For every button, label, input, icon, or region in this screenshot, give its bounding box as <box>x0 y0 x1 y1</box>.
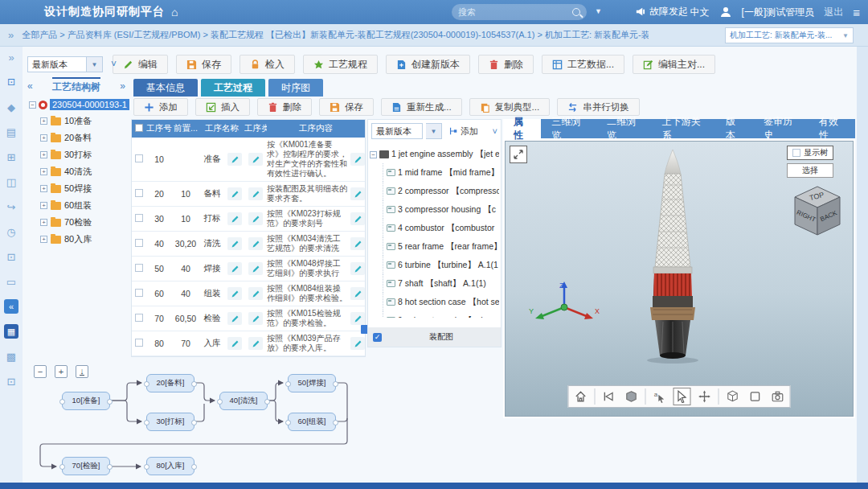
expand-node-icon[interactable]: + <box>40 168 47 175</box>
row-checkbox[interactable] <box>135 189 143 197</box>
isometric-view-icon[interactable] <box>724 388 742 405</box>
row-checkbox[interactable] <box>135 214 143 222</box>
bom-node[interactable]: 3 compressor housing 【c <box>383 200 499 219</box>
edit-name-button[interactable] <box>227 287 242 300</box>
tree-node[interactable]: + 20备料 <box>40 129 130 146</box>
home-icon[interactable]: ⌂ <box>171 6 178 18</box>
fault-launch-button[interactable]: 故障发起 <box>635 5 688 18</box>
tree-left-arrow[interactable]: « <box>27 80 33 92</box>
add-row-button[interactable]: 添加 <box>133 98 188 116</box>
select-all-checkbox[interactable] <box>135 124 143 132</box>
create-version-button[interactable]: 创建新版本 <box>386 55 470 74</box>
monitor-icon[interactable]: ⊡ <box>4 75 18 89</box>
layers-icon[interactable]: ▩ <box>4 349 18 364</box>
expand-node-icon[interactable]: + <box>40 185 47 192</box>
edit-type-button[interactable] <box>248 262 263 275</box>
row-checkbox[interactable] <box>135 314 143 322</box>
bom-version-selector[interactable]: 最新版本 <box>371 123 423 139</box>
detail-tab[interactable]: 上下游关系 <box>652 119 715 138</box>
edit-type-button[interactable] <box>248 187 263 200</box>
process-selector[interactable]: 机加工工艺: 新装配单元-装... ▼ <box>725 27 854 43</box>
edit-type-button[interactable] <box>248 212 263 225</box>
board-icon[interactable]: ▭ <box>4 274 18 289</box>
process-data-button[interactable]: 工艺数据... <box>542 55 624 74</box>
edit-content-button[interactable] <box>350 237 365 250</box>
table-row[interactable]: 10 准备 按《KM001准备要求》控制程序的要求，对生产文件的齐套性和有效性进… <box>132 138 365 182</box>
breadcrumb-expander-icon[interactable]: » <box>8 29 14 41</box>
detail-tab[interactable]: 属性 <box>503 119 541 138</box>
share-icon[interactable]: ↪ <box>4 199 18 214</box>
expand-node-icon[interactable]: + <box>40 202 47 209</box>
bom-node[interactable]: 5 rear frame 【rear frame】 <box>383 237 499 256</box>
pointer-icon[interactable] <box>674 388 691 405</box>
bom-node[interactable]: 8 hot section case 【hot se <box>383 293 499 311</box>
viewer-3d[interactable]: 显示树 选择 TOP RIGHT BACK <box>505 141 854 417</box>
breadcrumb[interactable]: 全部产品 > 产品资料库 (ESI/工艺规程/PBOM) > 装配工艺规程 【已… <box>22 29 649 41</box>
edit-name-button[interactable] <box>227 262 242 275</box>
tree-node[interactable]: + 60组装 <box>40 197 130 214</box>
detail-tab[interactable]: 有效性 <box>809 119 855 138</box>
show-tree-toggle[interactable]: 显示树 <box>787 146 833 160</box>
process-spec-button[interactable]: 工艺规程 <box>303 55 378 74</box>
display-icon[interactable]: ⊡ <box>4 374 18 388</box>
tree-node[interactable]: + 30打标 <box>40 146 130 163</box>
tab-basic-info[interactable]: 基本信息 <box>133 79 198 97</box>
edit-content-button[interactable] <box>350 153 365 166</box>
row-checkbox[interactable] <box>135 289 143 297</box>
home-icon[interactable] <box>572 388 590 405</box>
bom-node[interactable]: 4 combustor 【combustor <box>383 219 499 237</box>
edit-content-button[interactable] <box>350 187 365 200</box>
flowchart-node[interactable]: 10[准备] <box>62 392 110 410</box>
edit-object-button[interactable]: 编辑主对... <box>633 55 715 74</box>
screen-icon[interactable]: ⊡ <box>4 249 18 264</box>
jet-engine-model[interactable] <box>608 146 737 365</box>
process-flowchart[interactable]: − + ↓ 10[准备]20[备料]30[打标]40[清洗]50[焊接]60[组… <box>29 364 366 481</box>
history-icon[interactable]: ◷ <box>4 224 18 239</box>
table-row[interactable]: 60 40 组装 按照《KM084组装操作细则》的要求检验。 <box>132 281 365 306</box>
edit-name-button[interactable] <box>227 153 242 166</box>
tab-process[interactable]: 工艺过程 <box>201 79 265 97</box>
orbit-icon[interactable] <box>696 388 714 405</box>
detail-tab[interactable]: 三维浏览 <box>541 119 596 138</box>
delete-row-button[interactable]: 删除 <box>257 98 312 116</box>
collapse-node-icon[interactable]: − <box>29 101 36 109</box>
avatar[interactable] <box>719 6 732 18</box>
version-caret-icon[interactable]: ▼ <box>87 56 103 72</box>
collapse-icon[interactable]: « <box>4 299 18 314</box>
edit-type-button[interactable] <box>248 153 263 166</box>
tree-root-node[interactable]: − 230504-0000193-1 <box>29 97 130 113</box>
regenerate-button[interactable]: 重新生成... <box>381 98 462 116</box>
flowchart-node[interactable]: 80[入库] <box>146 457 194 475</box>
copy-icon[interactable]: ◫ <box>4 175 18 189</box>
expand-node-icon[interactable]: + <box>40 117 47 125</box>
bom-add-button[interactable]: 添加 <box>448 125 478 138</box>
flowchart-node[interactable]: 50[焊接] <box>288 374 336 392</box>
menu-icon[interactable]: ≡ <box>853 6 860 19</box>
edit-content-button[interactable] <box>350 262 365 275</box>
logout-link[interactable]: 退出 <box>824 6 843 19</box>
delete-button[interactable]: 删除 <box>478 55 534 74</box>
bom-node[interactable]: 6 turbine 【turbine】 A.1(1 <box>383 256 499 274</box>
row-checkbox[interactable] <box>135 239 143 247</box>
version-selector[interactable]: 最新版本 ▼ ˅ <box>27 56 117 72</box>
bom-node[interactable]: 9 exhaust nozzle 【exhaus <box>383 311 499 318</box>
edit-name-button[interactable] <box>227 312 242 325</box>
tree-node[interactable]: + 70检验 <box>40 214 130 231</box>
language-switch[interactable]: 中文 <box>690 6 710 19</box>
edit-content-button[interactable] <box>350 337 365 350</box>
table-row[interactable]: 40 30,20 清洗 按照《KM034清洗工艺规范》的要求清洗 <box>132 232 365 257</box>
bom-root-node[interactable]: − 1 jet engine assembly 【jet eng <box>370 146 499 163</box>
select-button[interactable]: 选择 <box>787 163 833 178</box>
edit-name-button[interactable] <box>227 212 242 225</box>
collapse-chevron-icon[interactable]: ˅ <box>111 59 117 70</box>
bom-node[interactable]: 2 compressor 【compresso <box>383 182 499 200</box>
expand-node-icon[interactable]: + <box>40 134 47 142</box>
tab-sequence[interactable]: 时序图 <box>268 79 323 97</box>
checkin-button[interactable]: 检入 <box>240 55 295 74</box>
search-icon[interactable] <box>572 8 580 16</box>
previous-view-icon[interactable] <box>600 388 618 405</box>
collapse-node-icon[interactable]: − <box>370 151 377 158</box>
expand-viewer-button[interactable] <box>510 146 527 163</box>
assembly-drawing-checkbox[interactable]: ✓ <box>373 333 382 342</box>
table-row[interactable]: 70 60,50 检验 按照《KM015检验规范》的要求检验。 <box>132 306 365 331</box>
